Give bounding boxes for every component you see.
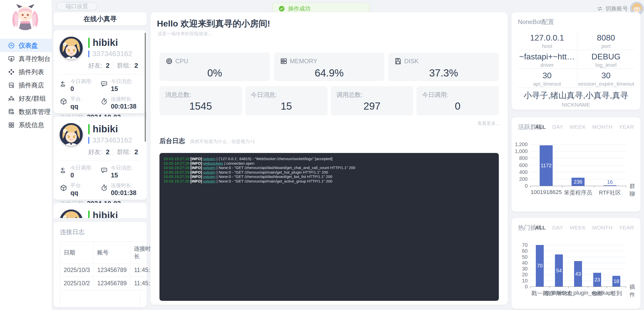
bot-stat-label: 今日调用: xyxy=(70,164,92,171)
hot-plugins-chart-card: 热门插件 ALLDAYWEEKMONTHYEAR 010203040506070… xyxy=(512,218,640,309)
sidebar-item-friends[interactable]: 好友/群组 xyxy=(0,92,52,105)
bot-stat-label: 平台: xyxy=(70,182,82,189)
sidebar-item-system-info[interactable]: 系统信息 xyxy=(0,118,52,132)
sidebar-item-plugin-list[interactable]: 插件列表 xyxy=(0,65,52,79)
bot-list-scrollbar[interactable] xyxy=(145,33,146,142)
stat-card-label: 消息总数: xyxy=(165,91,236,99)
bot-name: hibiki xyxy=(93,210,118,218)
duration-icon xyxy=(100,98,108,105)
config-label: api_timeout xyxy=(517,81,577,87)
sidebar-item-label: 好友/群组 xyxy=(19,94,46,103)
active-groups-bar-chart: 02004006008001,0001,20011721001918625236… xyxy=(512,117,640,212)
nickname-label: NICKNAME xyxy=(512,102,640,108)
config-cell: 30 session_expire_timeout xyxy=(577,69,635,88)
log-logger-link[interactable]: uvicorn xyxy=(203,179,215,183)
sidebar: 仪表盘 真寻控制台 插件列表 插件商店 好友/群组 数据库管理 系统信息 xyxy=(0,0,52,310)
bot-stat-value: qq xyxy=(70,189,82,197)
config-value: 30 xyxy=(577,71,635,80)
stat-card-label: 今日消息: xyxy=(251,91,322,99)
stat-card-value: 15 xyxy=(251,100,322,112)
groups-count: 2 xyxy=(134,62,138,70)
sidebar-item-database[interactable]: 数据库管理 xyxy=(0,105,52,118)
log-line: 10-03 19:27:20 [INFO] uvicorn | None:0 -… xyxy=(164,179,495,184)
log-line: 10-03 19:27:19 [INFO] uvicorn | None:0 -… xyxy=(164,165,495,170)
online-bots-list[interactable]: hibiki 3373463162 好友:2 群组:2 今日调用:0 今日消息:… xyxy=(54,30,147,218)
bot-stat-value: 00:01:38 xyxy=(111,103,137,110)
toast-text: 操作成功 xyxy=(288,5,311,12)
bot-stat: 今日消息:15 xyxy=(100,78,141,93)
system-usage-card: DISK 37.3% xyxy=(388,53,499,81)
nickname-value: 小寻子,绪山真寻,小真寻,真寻 xyxy=(512,90,640,101)
stat-card-value: 297 xyxy=(337,100,408,112)
dashboard-icon xyxy=(8,42,15,49)
name-accent-bar xyxy=(88,211,90,218)
system-usage-row: CPU 0% MEMORY 64.9% DISK 37.3% xyxy=(159,53,499,81)
sidebar-item-label: 系统信息 xyxy=(19,121,44,129)
friends-icon xyxy=(8,95,15,102)
bot-name: hibiki xyxy=(93,124,118,135)
system-usage-card: MEMORY 64.9% xyxy=(274,53,385,81)
friends-label: 好友: xyxy=(88,61,102,70)
bot-card: hibiki 3373463162 好友:2 群组:2 今日调用:0 今日消息:… xyxy=(54,30,147,113)
log-logger-link[interactable]: uvicorn xyxy=(203,165,215,170)
log-logger-link[interactable]: uvicorn xyxy=(203,174,215,179)
active-groups-chart-card: 活跃群聊 ALLDAYWEEKMONTHYEAR 02004006008001,… xyxy=(512,117,640,212)
stat-card-value: 0 xyxy=(422,100,493,112)
connection-log-title: 连接日志 xyxy=(60,228,140,236)
backend-log-console[interactable]: 10-03 19:27:18 [INFO] uvicorn | ('127.0.… xyxy=(159,153,499,301)
id-accent-bar xyxy=(88,50,89,57)
sidebar-item-dashboard[interactable]: 仪表盘 xyxy=(0,39,52,52)
bot-stat-label: 今日调用: xyxy=(70,78,92,85)
bar-RTF社区 xyxy=(603,185,616,186)
plugin-store-icon xyxy=(8,82,15,89)
bot-stat-value: 0 xyxy=(70,85,92,93)
config-label: driver xyxy=(517,62,577,68)
groups-count: 2 xyxy=(134,148,138,156)
bot-stat-value: 15 xyxy=(111,85,133,93)
app-logo xyxy=(8,3,42,33)
table-empty-area xyxy=(60,290,140,310)
stat-card: 今日调用: 0 xyxy=(416,86,499,115)
system-usage-card: CPU 0% xyxy=(159,53,270,81)
bot-card: hibiki 3373463162 好友:2 群组:2 今日调用:0 今日消息:… xyxy=(54,117,147,200)
main-panel: Hello 欢迎来到真寻的小房间! 这是一场传奇的冒险旅途... CPU 0% … xyxy=(151,12,508,305)
console-icon xyxy=(8,55,15,62)
config-cell: 30 api_timeout xyxy=(517,69,577,88)
sidebar-item-console[interactable]: 真寻控制台 xyxy=(0,52,52,65)
log-line: 10-03 19:27:19 [INFO] uvicorn | None:0 -… xyxy=(164,174,495,179)
config-label: session_expire_timeout xyxy=(577,81,635,87)
bot-avatar xyxy=(60,210,83,218)
sidebar-item-plugin-store[interactable]: 插件商店 xyxy=(0,79,52,92)
bot-stat: 连接时长:00:01:38 xyxy=(100,182,141,197)
bot-stat: 今日调用:0 xyxy=(60,164,100,179)
id-accent-bar xyxy=(88,137,89,144)
table-column-header: 日期 xyxy=(60,242,94,264)
bot-card: hibiki 3373463162 好友:2 群组:2 今日调用:0 今日消息:… xyxy=(54,203,147,218)
log-line: 10-03 19:27:19 [INFO] uvicorn | None:0 -… xyxy=(164,170,495,175)
port-settings-button[interactable]: 端口设置 xyxy=(56,2,97,10)
config-value: DEBUG xyxy=(577,52,635,61)
nonebot-config-title: NoneBot配置 xyxy=(518,18,554,26)
system-usage-value: 0% xyxy=(165,67,264,79)
stat-card: 消息总数: 1545 xyxy=(159,86,242,115)
check-circle-icon xyxy=(278,5,285,12)
system-usage-label: MEMORY xyxy=(290,58,317,65)
friends-count: 2 xyxy=(106,62,109,70)
view-more-link[interactable]: 查看更多... xyxy=(477,120,500,126)
bot-stat-value: 15 xyxy=(111,172,133,179)
config-value: ~fastapi+~htt… xyxy=(517,52,577,61)
config-cell: ~fastapi+~htt… driver xyxy=(517,50,577,69)
bot-stat-label: 今日消息: xyxy=(111,78,133,85)
log-logger-link[interactable]: uvicorn xyxy=(203,157,215,161)
page-title: Hello 欢迎来到真寻的小房间! xyxy=(157,18,270,30)
sidebar-item-label: 真寻控制台 xyxy=(19,55,51,63)
cpu-icon xyxy=(165,57,173,65)
friends-count: 2 xyxy=(106,148,109,156)
log-logger-link[interactable]: websockets xyxy=(203,161,223,165)
system-usage-label: CPU xyxy=(175,58,188,65)
sidebar-item-label: 仪表盘 xyxy=(19,41,38,50)
log-logger-link[interactable]: uvicorn xyxy=(203,170,215,174)
database-icon xyxy=(8,108,15,115)
table-row: 2025/10/312345678911:45:14 xyxy=(60,264,160,277)
backend-log-header: 后台日志 虽然不知道为什么，但是视力+1 xyxy=(159,137,255,145)
